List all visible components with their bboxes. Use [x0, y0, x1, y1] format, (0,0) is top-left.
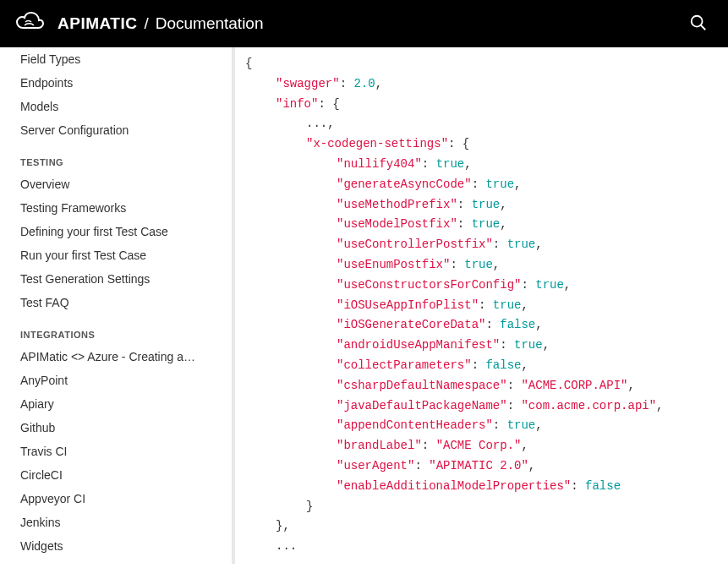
sidebar-item[interactable]: Server Configuration	[20, 118, 218, 142]
code-line: "javaDefaultPackageName": "com.acme.corp…	[245, 396, 704, 417]
sidebar-item[interactable]: AnyPoint	[20, 369, 218, 392]
code-line: }	[245, 497, 704, 517]
code-line: "iOSUseAppInfoPlist": true,	[245, 296, 704, 316]
sidebar-item[interactable]: Defining your first Test Case	[20, 220, 218, 243]
code-line: "x-codegen-settings": {	[245, 134, 704, 155]
sidebar-item[interactable]: Run your first Test Case	[20, 243, 218, 267]
code-line: ...	[245, 537, 704, 557]
code-line: "useEnumPostfix": true,	[245, 255, 704, 276]
page-title[interactable]: Documentation	[156, 14, 264, 33]
code-line: "brandLabel": "ACME Corp.",	[245, 436, 704, 456]
code-line: "useModelPostfix": true,	[245, 215, 704, 235]
sidebar-item[interactable]: Endpoints	[20, 71, 218, 95]
code-line: "enableAdditionalModelProperties": false	[245, 477, 704, 497]
brand-logo	[14, 7, 47, 41]
sidebar-item[interactable]: Models	[20, 95, 218, 118]
code-line: "csharpDefaultNamespace": "ACME.CORP.API…	[245, 376, 704, 396]
sidebar-item[interactable]: Jenkins	[20, 511, 218, 534]
sidebar-heading: INTEGRATIONS	[20, 330, 218, 340]
svg-point-0	[692, 15, 703, 26]
code-block: {"swagger": 2.0,"info": {...,"x-codegen-…	[232, 47, 714, 564]
brand-name[interactable]: APIMATIC	[57, 14, 137, 33]
sidebar-item[interactable]: Field Types	[20, 47, 218, 71]
cloud-icon	[14, 10, 47, 37]
code-line: "useMethodPrefix": true,	[245, 195, 704, 216]
sidebar-item[interactable]: Test Generation Settings	[20, 267, 218, 291]
breadcrumb-separator: /	[144, 14, 148, 33]
svg-line-1	[701, 25, 706, 30]
code-line: },	[245, 516, 704, 537]
sidebar-item[interactable]: APIMatic <> Azure - Creating a…	[20, 345, 218, 369]
sidebar-item[interactable]: Travis CI	[20, 440, 218, 463]
sidebar-item[interactable]: Testing Frameworks	[20, 196, 218, 220]
sidebar-item[interactable]: Test FAQ	[20, 291, 218, 314]
code-line: "iOSGenerateCoreData": false,	[245, 315, 704, 336]
content-area: {"swagger": 2.0,"info": {...,"x-codegen-…	[218, 47, 728, 568]
sidebar-item[interactable]: Appveyor CI	[20, 487, 218, 511]
search-button[interactable]	[682, 7, 714, 41]
code-line: {	[245, 54, 704, 74]
app-header: APIMATIC / Documentation	[0, 0, 728, 47]
code-line: "info": {	[245, 95, 704, 115]
sidebar-item[interactable]: CircleCI	[20, 463, 218, 487]
code-line: "collectParameters": false,	[245, 356, 704, 376]
code-line: "userAgent": "APIMATIC 2.0",	[245, 456, 704, 477]
main-container: Field TypesEndpointsModelsServer Configu…	[0, 47, 728, 568]
sidebar-item[interactable]: Apiary	[20, 392, 218, 416]
code-line: "useConstructorsForConfig": true,	[245, 276, 704, 296]
sidebar-heading: TESTING	[20, 157, 218, 167]
code-line: ...,	[245, 114, 704, 134]
code-line: "swagger": 2.0,	[245, 74, 704, 95]
sidebar: Field TypesEndpointsModelsServer Configu…	[0, 47, 218, 568]
code-line: "androidUseAppManifest": true,	[245, 336, 704, 356]
code-line: "useControllerPostfix": true,	[245, 235, 704, 255]
sidebar-item[interactable]: Github	[20, 416, 218, 440]
code-line: "nullify404": true,	[245, 155, 704, 175]
code-line: "appendContentHeaders": true,	[245, 416, 704, 436]
code-line: "generateAsyncCode": true,	[245, 175, 704, 195]
sidebar-item[interactable]: Widgets	[20, 534, 218, 558]
sidebar-item[interactable]: Overview	[20, 172, 218, 196]
search-icon	[689, 14, 708, 32]
